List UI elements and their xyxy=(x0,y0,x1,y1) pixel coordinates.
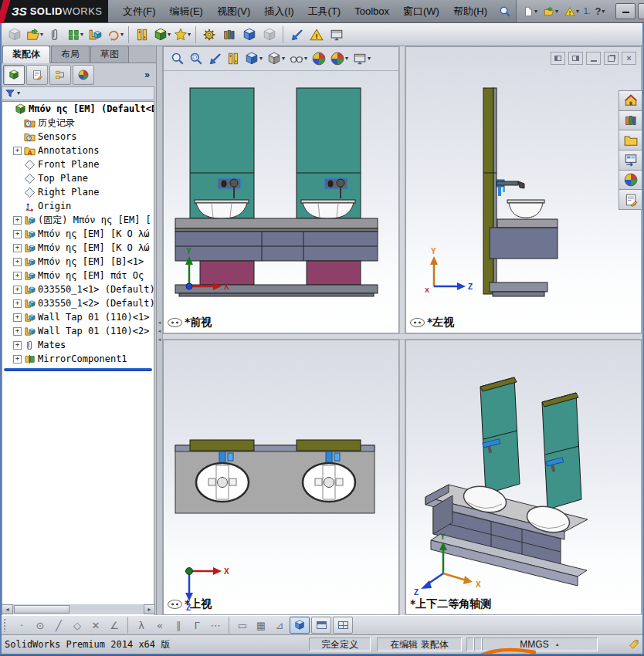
scrollbar-thumb[interactable] xyxy=(14,605,69,614)
smart-fasteners-button[interactable] xyxy=(85,25,105,45)
interference-detection-button[interactable] xyxy=(239,25,259,45)
assembly-features-button[interactable] xyxy=(132,25,152,45)
viewport-top[interactable]: X Z *上视 xyxy=(163,340,399,615)
vertical-viewport-splitter[interactable] xyxy=(399,46,405,615)
tab-sketch[interactable]: 草图 xyxy=(90,46,129,63)
expand-toggle[interactable]: + xyxy=(13,327,22,336)
dropdown-icon[interactable]: ▾ xyxy=(40,32,43,38)
featuremanager-tree-tab[interactable] xyxy=(3,65,25,85)
menu-file[interactable]: 文件(F) xyxy=(116,0,163,22)
snap-tangent-button[interactable]: λ xyxy=(133,617,150,633)
tab-overflow-chevron[interactable]: » xyxy=(144,69,150,80)
dropdown-icon[interactable]: ▾ xyxy=(304,56,307,62)
zoom-to-fit-button[interactable] xyxy=(168,50,187,67)
property-manager-tab[interactable] xyxy=(26,65,48,85)
tree-item-component[interactable]: +Μπόν ης [EM] [Κ Ο λώ xyxy=(2,241,154,255)
rebuild-warning-button[interactable]: ▾ xyxy=(563,5,581,19)
apply-scene-button[interactable]: ▾ xyxy=(328,50,351,67)
mate-button[interactable] xyxy=(45,25,65,45)
expand-toggle[interactable]: + xyxy=(13,216,22,225)
scroll-right-arrow[interactable]: ► xyxy=(144,604,155,614)
check-warning-button[interactable] xyxy=(307,25,327,45)
view-settings-button[interactable]: ▾ xyxy=(351,50,373,67)
snap-hv-points-button[interactable]: ⋯ xyxy=(207,617,224,633)
expand-toggle[interactable]: + xyxy=(13,258,22,266)
linear-pattern-button[interactable]: ▾ xyxy=(65,25,85,45)
tree-item-component[interactable]: +Wall Tap 01 (110)<2> (Defa xyxy=(2,324,154,338)
measure-button[interactable] xyxy=(286,25,307,45)
search-icon[interactable] xyxy=(499,5,511,18)
menu-help[interactable]: 帮助(H) xyxy=(446,0,494,22)
tree-item-origin[interactable]: Origin xyxy=(2,199,154,213)
help-button[interactable]: ?▾ xyxy=(593,4,606,19)
home-tab[interactable] xyxy=(619,90,642,111)
view-orientation-button[interactable]: ▾ xyxy=(242,50,265,67)
snap-angle-grid-button[interactable]: ⊿ xyxy=(271,617,288,633)
scroll-left-arrow[interactable]: ◄ xyxy=(2,604,13,614)
snap-center-button[interactable]: ⊙ xyxy=(32,617,49,633)
move-component-button[interactable]: ▾ xyxy=(105,25,125,45)
expand-toggle[interactable]: + xyxy=(13,341,22,350)
menu-toolbox[interactable]: Toolbox xyxy=(347,0,396,22)
snap-intersection-button[interactable]: ✕ xyxy=(87,617,104,633)
snap-point-button[interactable]: · xyxy=(13,617,30,633)
expand-toggle[interactable]: + xyxy=(13,272,22,280)
dropdown-icon[interactable]: ▾ xyxy=(555,8,558,15)
tag-icon[interactable] xyxy=(629,639,639,650)
split-right-button[interactable] xyxy=(568,52,583,65)
tab-assembly[interactable]: 装配体 xyxy=(2,46,50,63)
tree-item-front-plane[interactable]: Front Plane xyxy=(2,157,154,171)
four-view-button[interactable] xyxy=(333,617,353,634)
expand-toggle[interactable]: + xyxy=(13,355,22,364)
dropdown-icon[interactable]: ▾ xyxy=(576,8,579,15)
dropdown-icon[interactable]: ▾ xyxy=(602,8,605,15)
view-palette-tab[interactable] xyxy=(619,150,642,171)
snap-grid-button[interactable]: ▦ xyxy=(253,617,269,633)
previous-view-button[interactable] xyxy=(205,50,224,67)
expand-toggle[interactable]: + xyxy=(13,244,22,252)
menu-insert[interactable]: 插入(I) xyxy=(257,0,300,22)
expand-toggle[interactable]: + xyxy=(13,313,22,322)
assembly-visualization-button[interactable] xyxy=(219,25,239,45)
dropdown-icon[interactable]: ▾ xyxy=(80,32,83,38)
dropdown-icon[interactable]: ▾ xyxy=(188,32,191,38)
viewport-isometric[interactable]: Y X Z *上下二等角轴测 xyxy=(405,340,642,615)
units-selector[interactable]: MMGS ▲ xyxy=(482,637,598,651)
tree-item-component[interactable]: +033550_1<2> (Default) xyxy=(2,296,154,310)
hide-show-items-button[interactable]: ▾ xyxy=(287,50,310,67)
expand-toggle[interactable]: + xyxy=(13,230,22,238)
minimize-button[interactable] xyxy=(615,3,636,19)
section-view-button[interactable] xyxy=(224,50,242,67)
expand-toggle[interactable]: + xyxy=(13,286,22,294)
assembly-settings-button[interactable] xyxy=(199,25,219,45)
tree-item-mates[interactable]: +Mates xyxy=(2,338,154,352)
viewport-left[interactable]: Y Z X × *左视 xyxy=(405,46,642,333)
dropdown-icon[interactable]: ▾ xyxy=(282,56,285,62)
dropdown-icon[interactable]: ▾ xyxy=(345,56,348,62)
units-dropdown-icon[interactable]: ▲ xyxy=(555,642,560,647)
dropdown-icon[interactable]: ▾ xyxy=(534,8,537,15)
edit-part-button[interactable] xyxy=(5,25,25,45)
tree-item-component[interactable]: +Wall Tap 01 (110)<1> (Defa xyxy=(2,310,154,324)
filter-funnel-icon[interactable] xyxy=(5,88,15,99)
tree-item-top-plane[interactable]: Top Plane xyxy=(2,171,154,185)
expand-toggle[interactable]: + xyxy=(13,147,22,155)
menu-tools[interactable]: 工具(T) xyxy=(301,0,348,22)
expand-toggle[interactable]: + xyxy=(13,299,22,308)
snap-line-button[interactable]: ╱ xyxy=(50,617,67,633)
display-style-button[interactable]: ▾ xyxy=(265,50,287,67)
tree-item-component[interactable]: +Μπόν ης [EM] πάτ Ος xyxy=(2,269,154,282)
horizontal-viewport-splitter[interactable] xyxy=(163,333,642,340)
configuration-manager-tab[interactable] xyxy=(49,65,71,85)
doc-minimize-button[interactable] xyxy=(586,52,601,65)
tab-layout[interactable]: 布局 xyxy=(51,46,90,63)
menu-edit[interactable]: 编辑(E) xyxy=(163,0,210,22)
snap-length-button[interactable]: ▭ xyxy=(234,617,251,633)
tree-item-component[interactable]: +Μπόν ης [EM] [Κ Ο λώ xyxy=(2,227,154,241)
clearance-verification-button[interactable] xyxy=(259,25,280,45)
filter-dropdown-icon[interactable]: ▾ xyxy=(17,90,20,96)
new-document-button[interactable]: ▾ xyxy=(521,5,539,19)
exploded-view-button[interactable]: ▾ xyxy=(172,25,192,45)
two-view-button[interactable] xyxy=(311,617,331,634)
tree-item-component[interactable]: +Μπόν ης [EM] [B]<1> xyxy=(2,255,154,269)
